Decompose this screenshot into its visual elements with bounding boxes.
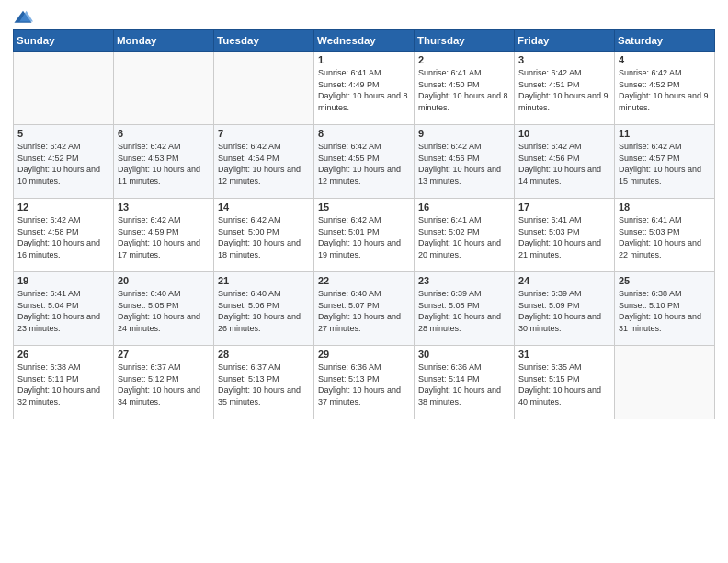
calendar-cell: 1Sunrise: 6:41 AM Sunset: 4:49 PM Daylig…: [314, 52, 415, 125]
calendar-cell: 19Sunrise: 6:41 AM Sunset: 5:04 PM Dayli…: [14, 272, 114, 346]
day-info: Sunrise: 6:42 AM Sunset: 4:58 PM Dayligh…: [17, 214, 109, 260]
day-info: Sunrise: 6:41 AM Sunset: 4:49 PM Dayligh…: [318, 67, 410, 113]
day-number: 13: [118, 201, 210, 213]
day-number: 18: [619, 201, 711, 213]
calendar-cell: 28Sunrise: 6:37 AM Sunset: 5:13 PM Dayli…: [214, 346, 314, 419]
day-number: 10: [518, 128, 610, 139]
calendar-cell: 22Sunrise: 6:40 AM Sunset: 5:07 PM Dayli…: [314, 272, 415, 346]
day-info: Sunrise: 6:36 AM Sunset: 5:13 PM Dayligh…: [318, 362, 410, 408]
calendar-cell: 16Sunrise: 6:41 AM Sunset: 5:02 PM Dayli…: [415, 199, 515, 272]
day-number: 29: [318, 349, 410, 360]
day-info: Sunrise: 6:42 AM Sunset: 4:59 PM Dayligh…: [118, 214, 210, 260]
day-info: Sunrise: 6:37 AM Sunset: 5:13 PM Dayligh…: [218, 362, 310, 408]
calendar-cell: [615, 346, 715, 419]
calendar-cell: 29Sunrise: 6:36 AM Sunset: 5:13 PM Dayli…: [314, 346, 415, 419]
calendar-cell: 2Sunrise: 6:41 AM Sunset: 4:50 PM Daylig…: [415, 52, 515, 125]
day-number: 16: [418, 201, 510, 213]
calendar-cell: 6Sunrise: 6:42 AM Sunset: 4:53 PM Daylig…: [114, 125, 214, 199]
calendar-cell: 18Sunrise: 6:41 AM Sunset: 5:03 PM Dayli…: [615, 199, 715, 272]
day-info: Sunrise: 6:41 AM Sunset: 5:03 PM Dayligh…: [619, 214, 711, 260]
day-info: Sunrise: 6:42 AM Sunset: 4:52 PM Dayligh…: [17, 141, 109, 187]
calendar-week-row: 1Sunrise: 6:41 AM Sunset: 4:49 PM Daylig…: [14, 52, 715, 125]
day-of-week-header: Sunday: [14, 30, 114, 52]
calendar-week-row: 19Sunrise: 6:41 AM Sunset: 5:04 PM Dayli…: [14, 272, 715, 346]
day-number: 5: [17, 128, 109, 139]
day-info: Sunrise: 6:41 AM Sunset: 4:50 PM Dayligh…: [418, 67, 510, 113]
calendar-week-row: 12Sunrise: 6:42 AM Sunset: 4:58 PM Dayli…: [14, 199, 715, 272]
day-info: Sunrise: 6:36 AM Sunset: 5:14 PM Dayligh…: [418, 362, 510, 408]
calendar-cell: 20Sunrise: 6:40 AM Sunset: 5:05 PM Dayli…: [114, 272, 214, 346]
day-number: 24: [518, 275, 610, 286]
day-of-week-header: Tuesday: [214, 30, 314, 52]
day-info: Sunrise: 6:39 AM Sunset: 5:08 PM Dayligh…: [418, 288, 510, 334]
calendar-cell: 15Sunrise: 6:42 AM Sunset: 5:01 PM Dayli…: [314, 199, 415, 272]
day-number: 19: [17, 275, 109, 286]
day-number: 17: [518, 201, 610, 213]
header: [13, 9, 715, 26]
calendar-cell: 4Sunrise: 6:42 AM Sunset: 4:52 PM Daylig…: [615, 52, 715, 125]
calendar-cell: 11Sunrise: 6:42 AM Sunset: 4:57 PM Dayli…: [615, 125, 715, 199]
calendar-cell: 14Sunrise: 6:42 AM Sunset: 5:00 PM Dayli…: [214, 199, 314, 272]
day-info: Sunrise: 6:42 AM Sunset: 5:00 PM Dayligh…: [218, 214, 310, 260]
calendar-cell: 27Sunrise: 6:37 AM Sunset: 5:12 PM Dayli…: [114, 346, 214, 419]
day-number: 22: [318, 275, 410, 286]
day-info: Sunrise: 6:40 AM Sunset: 5:07 PM Dayligh…: [318, 288, 410, 334]
day-number: 1: [318, 54, 410, 65]
day-number: 8: [318, 128, 410, 139]
day-of-week-header: Saturday: [615, 30, 715, 52]
day-number: 4: [619, 54, 711, 65]
days-header-row: SundayMondayTuesdayWednesdayThursdayFrid…: [14, 30, 715, 52]
day-of-week-header: Wednesday: [314, 30, 415, 52]
day-of-week-header: Friday: [515, 30, 615, 52]
day-number: 25: [619, 275, 711, 286]
logo-icon: [13, 9, 33, 26]
calendar-cell: [14, 52, 114, 125]
day-number: 12: [17, 201, 109, 213]
day-info: Sunrise: 6:42 AM Sunset: 4:56 PM Dayligh…: [518, 141, 610, 187]
calendar-container: SundayMondayTuesdayWednesdayThursdayFrid…: [0, 0, 728, 425]
logo: [13, 9, 37, 26]
day-info: Sunrise: 6:37 AM Sunset: 5:12 PM Dayligh…: [118, 362, 210, 408]
calendar-cell: 26Sunrise: 6:38 AM Sunset: 5:11 PM Dayli…: [14, 346, 114, 419]
day-info: Sunrise: 6:38 AM Sunset: 5:11 PM Dayligh…: [17, 362, 109, 408]
day-number: 11: [619, 128, 711, 139]
calendar-cell: 10Sunrise: 6:42 AM Sunset: 4:56 PM Dayli…: [515, 125, 615, 199]
day-info: Sunrise: 6:40 AM Sunset: 5:06 PM Dayligh…: [218, 288, 310, 334]
day-number: 20: [118, 275, 210, 286]
calendar-cell: 8Sunrise: 6:42 AM Sunset: 4:55 PM Daylig…: [314, 125, 415, 199]
day-of-week-header: Thursday: [415, 30, 515, 52]
day-number: 27: [118, 349, 210, 360]
day-info: Sunrise: 6:41 AM Sunset: 5:02 PM Dayligh…: [418, 214, 510, 260]
day-info: Sunrise: 6:35 AM Sunset: 5:15 PM Dayligh…: [518, 362, 610, 408]
calendar-cell: [214, 52, 314, 125]
calendar-cell: 24Sunrise: 6:39 AM Sunset: 5:09 PM Dayli…: [515, 272, 615, 346]
calendar-week-row: 26Sunrise: 6:38 AM Sunset: 5:11 PM Dayli…: [14, 346, 715, 419]
calendar-cell: 21Sunrise: 6:40 AM Sunset: 5:06 PM Dayli…: [214, 272, 314, 346]
calendar-cell: 13Sunrise: 6:42 AM Sunset: 4:59 PM Dayli…: [114, 199, 214, 272]
day-info: Sunrise: 6:42 AM Sunset: 4:57 PM Dayligh…: [619, 141, 711, 187]
calendar-cell: [114, 52, 214, 125]
day-number: 30: [418, 349, 510, 360]
calendar-table: SundayMondayTuesdayWednesdayThursdayFrid…: [13, 29, 715, 419]
calendar-cell: 5Sunrise: 6:42 AM Sunset: 4:52 PM Daylig…: [14, 125, 114, 199]
calendar-cell: 12Sunrise: 6:42 AM Sunset: 4:58 PM Dayli…: [14, 199, 114, 272]
day-number: 28: [218, 349, 310, 360]
day-number: 26: [17, 349, 109, 360]
day-of-week-header: Monday: [114, 30, 214, 52]
day-number: 2: [418, 54, 510, 65]
calendar-cell: 7Sunrise: 6:42 AM Sunset: 4:54 PM Daylig…: [214, 125, 314, 199]
day-info: Sunrise: 6:42 AM Sunset: 5:01 PM Dayligh…: [318, 214, 410, 260]
day-info: Sunrise: 6:42 AM Sunset: 4:56 PM Dayligh…: [418, 141, 510, 187]
calendar-cell: 9Sunrise: 6:42 AM Sunset: 4:56 PM Daylig…: [415, 125, 515, 199]
day-info: Sunrise: 6:39 AM Sunset: 5:09 PM Dayligh…: [518, 288, 610, 334]
calendar-cell: 17Sunrise: 6:41 AM Sunset: 5:03 PM Dayli…: [515, 199, 615, 272]
calendar-cell: 31Sunrise: 6:35 AM Sunset: 5:15 PM Dayli…: [515, 346, 615, 419]
calendar-cell: 23Sunrise: 6:39 AM Sunset: 5:08 PM Dayli…: [415, 272, 515, 346]
day-number: 3: [518, 54, 610, 65]
day-info: Sunrise: 6:42 AM Sunset: 4:54 PM Dayligh…: [218, 141, 310, 187]
day-info: Sunrise: 6:41 AM Sunset: 5:03 PM Dayligh…: [518, 214, 610, 260]
day-info: Sunrise: 6:42 AM Sunset: 4:55 PM Dayligh…: [318, 141, 410, 187]
day-info: Sunrise: 6:41 AM Sunset: 5:04 PM Dayligh…: [17, 288, 109, 334]
day-info: Sunrise: 6:42 AM Sunset: 4:51 PM Dayligh…: [518, 67, 610, 113]
day-info: Sunrise: 6:42 AM Sunset: 4:53 PM Dayligh…: [118, 141, 210, 187]
